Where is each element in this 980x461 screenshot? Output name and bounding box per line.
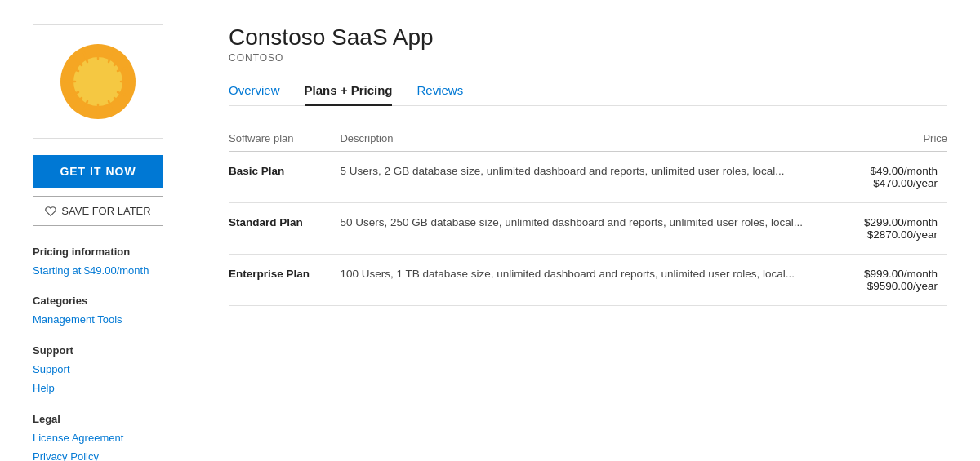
save-for-later-label: SAVE FOR LATER xyxy=(61,205,150,217)
table-row: Enterprise Plan 100 Users, 1 TB database… xyxy=(229,255,947,306)
col-price-header: Price xyxy=(836,126,947,152)
col-plan-header: Software plan xyxy=(229,126,340,152)
categories-section: Categories Management Tools xyxy=(33,295,196,329)
price-month: $299.00/month xyxy=(836,216,938,228)
pricing-info-link[interactable]: Starting at $49.00/month xyxy=(33,261,196,280)
table-row: Basic Plan 5 Users, 2 GB database size, … xyxy=(229,152,947,203)
app-publisher: CONTOSO xyxy=(229,52,947,64)
plan-name: Enterprise Plan xyxy=(229,255,340,306)
main-content: Constoso SaaS App CONTOSO Overview Plans… xyxy=(229,24,947,461)
tabs-nav: Overview Plans + Pricing Reviews xyxy=(229,77,947,106)
app-title: Constoso SaaS App xyxy=(229,24,947,51)
price-month: $999.00/month xyxy=(836,268,938,280)
plan-name: Standard Plan xyxy=(229,203,340,255)
privacy-policy-link[interactable]: Privacy Policy xyxy=(33,447,196,461)
page-container: GET IT NOW SAVE FOR LATER Pricing inform… xyxy=(0,0,980,461)
col-desc-header: Description xyxy=(340,126,835,152)
price-month: $49.00/month xyxy=(836,165,938,177)
plan-description: 100 Users, 1 TB database size, unlimited… xyxy=(340,255,835,306)
plan-price: $999.00/month $9590.00/year xyxy=(836,255,947,306)
plan-name: Basic Plan xyxy=(229,152,340,203)
pricing-info-title: Pricing information xyxy=(33,246,196,258)
sun-icon xyxy=(57,41,139,122)
plan-description: 5 Users, 2 GB database size, unlimited d… xyxy=(340,152,835,203)
price-year: $2870.00/year xyxy=(836,228,938,241)
app-logo-box xyxy=(33,24,163,139)
price-year: $9590.00/year xyxy=(836,280,938,292)
tab-plans-pricing[interactable]: Plans + Pricing xyxy=(305,77,393,105)
tab-reviews[interactable]: Reviews xyxy=(416,77,463,105)
legal-section: Legal License Agreement Privacy Policy xyxy=(33,413,196,461)
plan-price: $49.00/month $470.00/year xyxy=(836,152,947,203)
get-it-now-button[interactable]: GET IT NOW xyxy=(33,155,163,188)
table-row: Standard Plan 50 Users, 250 GB database … xyxy=(229,203,947,255)
heart-icon xyxy=(45,206,56,217)
pricing-table: Software plan Description Price Basic Pl… xyxy=(229,126,947,306)
save-for-later-button[interactable]: SAVE FOR LATER xyxy=(33,196,163,226)
license-agreement-link[interactable]: License Agreement xyxy=(33,428,196,447)
plan-description: 50 Users, 250 GB database size, unlimite… xyxy=(340,203,835,255)
support-title: Support xyxy=(33,344,196,357)
plan-price: $299.00/month $2870.00/year xyxy=(836,203,947,255)
sidebar: GET IT NOW SAVE FOR LATER Pricing inform… xyxy=(33,24,196,461)
support-link[interactable]: Support xyxy=(33,360,196,379)
categories-link[interactable]: Management Tools xyxy=(33,310,196,329)
support-section: Support Support Help xyxy=(33,344,196,398)
categories-title: Categories xyxy=(33,295,196,307)
help-link[interactable]: Help xyxy=(33,379,196,397)
pricing-info-section: Pricing information Starting at $49.00/m… xyxy=(33,246,196,280)
price-year: $470.00/year xyxy=(836,177,938,189)
legal-title: Legal xyxy=(33,413,196,425)
tab-overview[interactable]: Overview xyxy=(229,77,280,105)
